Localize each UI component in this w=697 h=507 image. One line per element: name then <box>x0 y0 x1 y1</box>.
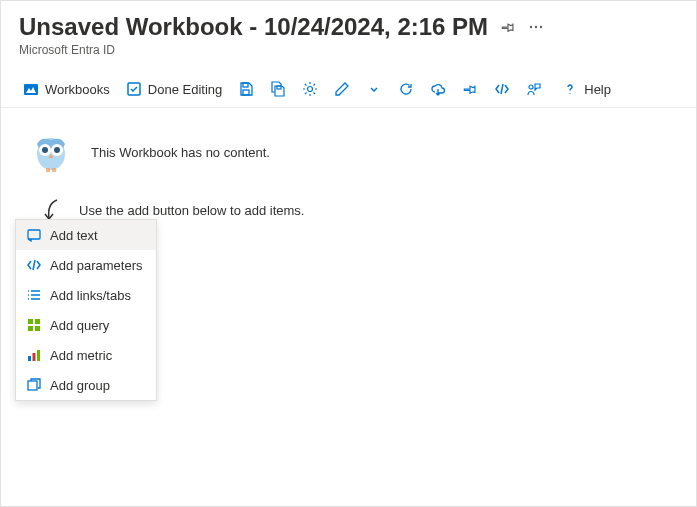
menu-item-label: Add links/tabs <box>50 288 131 303</box>
hint-text: Use the add button below to add items. <box>79 203 304 218</box>
pin-icon-toolbar <box>462 81 478 97</box>
list-icon <box>26 287 42 303</box>
svg-rect-17 <box>35 319 40 324</box>
parameters-icon <box>26 257 42 273</box>
workbooks-button[interactable]: Workbooks <box>15 77 118 101</box>
add-metric-item[interactable]: Add metric <box>16 340 156 370</box>
add-group-item[interactable]: Add group <box>16 370 156 400</box>
svg-rect-21 <box>33 353 36 361</box>
menu-item-label: Add group <box>50 378 110 393</box>
title-row: Unsaved Workbook - 10/24/2024, 2:16 PM <box>19 13 678 41</box>
pin-icon[interactable] <box>500 19 516 35</box>
menu-item-label: Add text <box>50 228 98 243</box>
svg-rect-19 <box>35 326 40 331</box>
done-editing-button[interactable]: Done Editing <box>118 77 230 101</box>
svg-point-14 <box>54 147 60 153</box>
svg-point-1 <box>535 26 537 28</box>
add-menu: Add text Add parameters Add links/tabs A… <box>15 219 157 401</box>
settings-button[interactable] <box>294 77 326 101</box>
edit-dropdown[interactable] <box>358 77 390 101</box>
svg-rect-15 <box>28 230 40 239</box>
save-as-button[interactable] <box>262 77 294 101</box>
svg-point-8 <box>308 87 313 92</box>
svg-rect-18 <box>28 326 33 331</box>
feedback-button[interactable] <box>518 77 550 101</box>
code-button[interactable] <box>486 77 518 101</box>
no-content-text: This Workbook has no content. <box>91 145 270 160</box>
workbooks-label: Workbooks <box>45 82 110 97</box>
refresh-icon <box>398 81 414 97</box>
page-title: Unsaved Workbook - 10/24/2024, 2:16 PM <box>19 13 488 41</box>
gear-icon <box>302 81 318 97</box>
svg-rect-6 <box>243 90 249 95</box>
pin-button[interactable] <box>454 77 486 101</box>
workbooks-icon <box>23 81 39 97</box>
group-icon <box>26 377 42 393</box>
page-header: Unsaved Workbook - 10/24/2024, 2:16 PM M… <box>1 1 696 61</box>
add-text-item[interactable]: Add text <box>16 220 156 250</box>
help-icon <box>562 81 578 97</box>
svg-point-0 <box>530 26 532 28</box>
svg-rect-22 <box>37 350 40 361</box>
done-editing-icon <box>126 81 142 97</box>
add-links-item[interactable]: Add links/tabs <box>16 280 156 310</box>
chevron-down-icon <box>366 81 382 97</box>
done-editing-label: Done Editing <box>148 82 222 97</box>
person-feedback-icon <box>526 81 542 97</box>
svg-rect-20 <box>28 356 31 361</box>
code-icon <box>494 81 510 97</box>
grid-icon <box>26 317 42 333</box>
text-icon <box>26 227 42 243</box>
menu-item-label: Add parameters <box>50 258 143 273</box>
svg-rect-16 <box>28 319 33 324</box>
edit-button[interactable] <box>326 77 358 101</box>
cloud-icon <box>430 81 446 97</box>
add-parameters-item[interactable]: Add parameters <box>16 250 156 280</box>
save-button[interactable] <box>230 77 262 101</box>
menu-item-label: Add query <box>50 318 109 333</box>
owl-icon <box>29 130 73 174</box>
more-icon[interactable] <box>528 19 544 35</box>
svg-point-13 <box>42 147 48 153</box>
open-button[interactable] <box>422 77 454 101</box>
pencil-icon <box>334 81 350 97</box>
svg-point-2 <box>540 26 542 28</box>
svg-rect-5 <box>243 83 248 87</box>
refresh-button[interactable] <box>390 77 422 101</box>
menu-item-label: Add metric <box>50 348 112 363</box>
svg-point-9 <box>529 85 533 89</box>
empty-state: This Workbook has no content. <box>29 130 668 174</box>
help-button[interactable]: Help <box>554 77 619 101</box>
add-query-item[interactable]: Add query <box>16 310 156 340</box>
help-label: Help <box>584 82 611 97</box>
metric-icon <box>26 347 42 363</box>
svg-rect-3 <box>24 84 38 95</box>
toolbar: Workbooks Done Editing <box>1 71 696 108</box>
save-as-icon <box>270 81 286 97</box>
svg-rect-23 <box>28 381 37 390</box>
save-icon <box>238 81 254 97</box>
subtitle: Microsoft Entra ID <box>19 43 678 57</box>
